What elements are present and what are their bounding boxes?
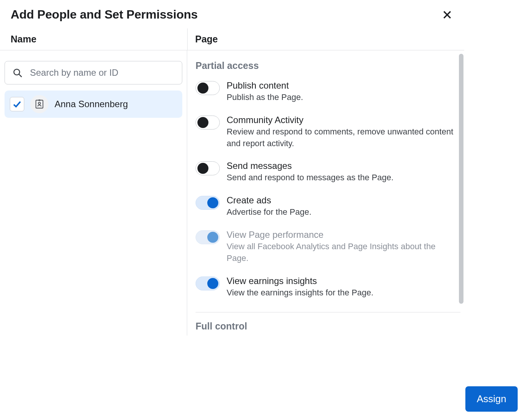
perm-title: Community Activity: [227, 115, 457, 125]
column-headers: Name Page: [0, 28, 464, 50]
scrollbar-thumb[interactable]: [459, 54, 463, 304]
avatar: [30, 95, 49, 113]
perm-desc: Review and respond to comments, remove u…: [227, 126, 457, 150]
page-header: Page: [187, 28, 464, 50]
dialog-header: Add People and Set Permissions: [0, 0, 464, 28]
people-panel: Anna Sonnenberg: [0, 50, 187, 336]
search-icon: [12, 67, 23, 78]
toggle-ads[interactable]: [196, 196, 220, 210]
perm-title: Create ads: [227, 195, 457, 206]
permissions-panel[interactable]: Partial access Publish content Publish a…: [187, 50, 464, 336]
section-title-full: Full control: [196, 321, 460, 332]
section-title-partial: Partial access: [196, 60, 460, 71]
person-row[interactable]: Anna Sonnenberg: [5, 91, 182, 118]
name-header: Name: [0, 28, 187, 50]
perm-title: View Page performance: [227, 230, 457, 240]
section-divider: [196, 312, 460, 312]
close-button[interactable]: [441, 8, 454, 21]
search-wrap: [5, 61, 182, 84]
check-icon: [12, 99, 22, 109]
perm-desc: Advertise for the Page.: [227, 206, 457, 218]
permissions-dialog: Add People and Set Permissions Name Page: [0, 0, 464, 335]
toggle-community[interactable]: [196, 116, 220, 130]
perm-title: Publish content: [227, 80, 457, 91]
dialog-body: Anna Sonnenberg Partial access Publish c…: [0, 50, 464, 336]
perm-community: Community Activity Review and respond to…: [196, 112, 460, 158]
perm-messages: Send messages Send and respond to messag…: [196, 158, 460, 192]
perm-title: Send messages: [227, 161, 457, 171]
id-badge-icon: [34, 99, 45, 109]
perm-desc: Send and respond to messages as the Page…: [227, 172, 457, 184]
perm-earnings: View earnings insights View the earnings…: [196, 273, 460, 307]
toggle-publish[interactable]: [196, 81, 220, 95]
toggle-earnings[interactable]: [196, 276, 220, 290]
perm-desc: Publish as the Page.: [227, 92, 457, 103]
svg-line-1: [19, 74, 21, 77]
dialog-title: Add People and Set Permissions: [11, 8, 198, 22]
assign-button[interactable]: Assign: [465, 386, 518, 412]
toggle-messages[interactable]: [196, 161, 220, 175]
perm-desc: View the earnings insights for the Page.: [227, 287, 457, 299]
svg-point-3: [38, 102, 41, 105]
perm-desc: View all Facebook Analytics and Page Ins…: [227, 241, 457, 264]
perm-performance: View Page performance View all Facebook …: [196, 226, 460, 273]
perm-ads: Create ads Advertise for the Page.: [196, 192, 460, 226]
person-checkbox[interactable]: [10, 97, 24, 111]
toggle-performance[interactable]: [196, 230, 220, 244]
search-input[interactable]: [5, 61, 182, 84]
close-icon: [442, 10, 452, 20]
perm-publish: Publish content Publish as the Page.: [196, 77, 460, 112]
person-name: Anna Sonnenberg: [55, 99, 128, 109]
perm-title: View earnings insights: [227, 276, 457, 286]
